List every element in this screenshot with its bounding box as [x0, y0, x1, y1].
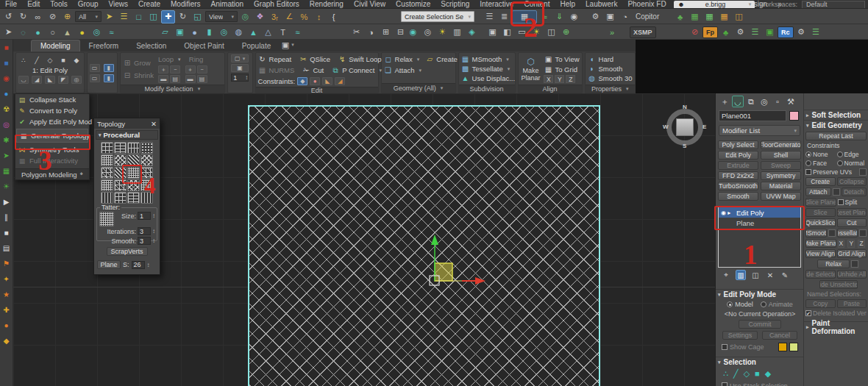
make-planar-button[interactable]: ⬡ MakePlanar	[521, 54, 541, 83]
camera-add-icon[interactable]: ⊕	[559, 26, 573, 39]
menu-laubwerk[interactable]: Laubwerk	[580, 0, 622, 9]
forest-tools-icon[interactable]: ⚙	[733, 26, 747, 39]
scrapverts-button[interactable]: ScrapVerts	[107, 247, 148, 256]
shrink-button[interactable]: ⊟Shrink	[123, 71, 154, 80]
settings-icon[interactable]	[859, 229, 867, 237]
to-view-button[interactable]: ▣To View	[544, 54, 579, 64]
convert-to-poly-button[interactable]: ✎Convert to Poly	[15, 105, 89, 116]
repeat-button[interactable]: ↻Repeat	[258, 54, 292, 64]
viewcube[interactable]: N E S W	[664, 106, 706, 149]
stack-item-edit-poly[interactable]: ◉ ▸Edit Poly	[719, 207, 800, 218]
grid-tool-icon[interactable]: ▦	[688, 10, 702, 24]
constraint-normal-icon[interactable]: ◢	[335, 77, 345, 85]
unlink-selection-icon[interactable]: ⊘	[46, 10, 60, 24]
geometry-panel-label[interactable]: Geometry (All)▾	[382, 83, 455, 93]
edit-poly-mode-header[interactable]: ▾Edit Poly Mode	[716, 289, 804, 299]
toggle-command-panel-icon[interactable]: ▮	[104, 64, 114, 72]
close-icon[interactable]: ✕	[151, 120, 157, 128]
loop-grow-icon[interactable]: ＋	[158, 65, 168, 74]
p-connect-button[interactable]: ⧉P Connect▾	[331, 65, 382, 75]
camera-tool-icon[interactable]: ▣	[485, 26, 499, 39]
view-align-button[interactable]: View Align	[805, 249, 836, 258]
modify-selection-panel-label[interactable]: Modify Selection▾	[121, 85, 224, 93]
loop-button[interactable]: Loop▾	[158, 54, 181, 64]
green-grid-icon[interactable]: ▦	[0, 165, 13, 177]
flame-icon[interactable]: ⚑	[0, 257, 13, 270]
spinner-snap-icon[interactable]: ↕	[312, 10, 326, 24]
render-production-icon[interactable]: ◔	[618, 10, 632, 24]
plane-button[interactable]: Plane	[97, 260, 121, 269]
constraint-edge-icon[interactable]: ●	[310, 77, 320, 85]
tessellate-button[interactable]: ▩Tessellate▾	[461, 64, 513, 74]
ring-tool-icon[interactable]: ◌	[16, 26, 30, 39]
msmooth-button[interactable]: MSmooth	[805, 229, 827, 237]
forest-pack-button[interactable]: Fp	[702, 26, 718, 38]
stop-icon[interactable]: ■	[0, 226, 13, 239]
plus-icon[interactable]: ✚	[0, 304, 13, 316]
object-name-field[interactable]: Plane001	[719, 110, 786, 121]
topology-pattern-20[interactable]	[140, 192, 153, 204]
ring-shrink-icon[interactable]: －	[197, 65, 207, 74]
sphere-tool-icon[interactable]: ●	[31, 26, 45, 39]
light-tool-icon[interactable]: ☀	[435, 26, 449, 39]
tab-selection[interactable]: Selection	[127, 40, 175, 51]
scene-explorer-icon[interactable]: ≣	[497, 10, 511, 24]
pm-tool3-icon[interactable]: ◣	[45, 76, 55, 84]
redo-icon[interactable]: ↻	[16, 10, 30, 24]
cut-button[interactable]: ✁Cut	[302, 65, 324, 75]
menu-views[interactable]: Views	[104, 0, 134, 9]
toggle-shortcut-icon[interactable]: ▮	[104, 74, 114, 82]
cylinder-prim-icon[interactable]: ▮	[202, 26, 216, 39]
tray-icon[interactable]: ▤	[0, 242, 13, 254]
attach-button[interactable]: Attach	[805, 187, 831, 196]
layer-manager-icon[interactable]: ☰	[483, 10, 497, 24]
topology-pattern-16[interactable]	[140, 179, 153, 191]
blob-tool-icon[interactable]: ●	[75, 26, 89, 39]
settings-icon[interactable]	[859, 168, 867, 176]
use-displacement-button[interactable]: ▲Use Displac...	[461, 74, 513, 83]
railclone-list-icon[interactable]: ☰	[809, 26, 823, 39]
window-crossing-icon[interactable]: ◫	[146, 10, 160, 24]
tab-modeling[interactable]: Modeling	[31, 40, 80, 51]
loop-mode1-icon[interactable]: ▬	[158, 75, 168, 83]
snaps-toggle-icon[interactable]: 3ᵣ	[268, 10, 282, 24]
topology-pattern-12[interactable]	[140, 167, 153, 179]
nurms-button[interactable]: ▦NURMS	[258, 65, 295, 75]
smooth-spinner[interactable]: 3	[138, 237, 151, 245]
falloff-spinner[interactable]: 1↕	[231, 74, 249, 82]
torus-tool-icon[interactable]: ◎	[90, 26, 104, 39]
cage-color-swatch-2[interactable]	[789, 343, 798, 351]
normal-radio[interactable]: Normal	[837, 160, 867, 167]
use-pivot-point-icon[interactable]: ◎	[238, 10, 252, 24]
angle-snap-icon[interactable]: ∠	[282, 10, 296, 24]
attach-button[interactable]: ❏Attach▾	[384, 65, 453, 75]
use-stack-selection-checkbox[interactable]: Use Stack Selection	[716, 381, 804, 386]
visibility-expand-icons[interactable]: ◉ ▸	[721, 210, 734, 216]
spark-icon[interactable]: ✦	[0, 273, 13, 285]
grid-tool2-icon[interactable]: ▦	[702, 10, 716, 24]
polygon-modeling-panel-label[interactable]: Polygon Modeling ⌖	[15, 168, 89, 179]
uvw-map-modifier-button[interactable]: UVW Map	[761, 192, 801, 201]
falloff-icon[interactable]: ▢▾	[231, 54, 249, 62]
topology-pattern-11-selected[interactable]	[127, 167, 140, 179]
tatter-pattern-thumbnail[interactable]	[99, 212, 114, 226]
tab-freeform[interactable]: Freeform	[80, 40, 128, 51]
symmetry-modifier-button[interactable]: Symmetry	[761, 171, 801, 180]
loop-shrink-icon[interactable]: －	[170, 65, 180, 74]
utilities-tab-icon[interactable]: ⚒	[785, 96, 797, 107]
preview-subobject-icon[interactable]: ▭	[90, 64, 100, 72]
white-sphere-icon[interactable]: ○	[46, 26, 60, 39]
pm-tool1-icon[interactable]: ◡	[18, 76, 29, 84]
msmooth-button[interactable]: ▦MSmooth▾	[461, 54, 513, 64]
pin-icon[interactable]: ⌖	[80, 171, 84, 178]
star-icon[interactable]: ★	[0, 288, 13, 301]
box-prim-icon[interactable]: ▣	[173, 26, 187, 39]
grow-button[interactable]: ⊞Grow	[123, 58, 154, 68]
smooth-modifier-button[interactable]: Smooth	[718, 192, 758, 201]
selection-header[interactable]: ▾Selection	[716, 357, 804, 367]
pm-tool5-icon[interactable]: ◎	[71, 76, 82, 84]
menu-animation[interactable]: Animation	[206, 0, 249, 9]
plant-tool-icon[interactable]: ♣	[673, 10, 687, 24]
monitor-tool-icon[interactable]: ◫	[544, 26, 558, 39]
green-flower-icon[interactable]: ✱	[0, 134, 13, 146]
